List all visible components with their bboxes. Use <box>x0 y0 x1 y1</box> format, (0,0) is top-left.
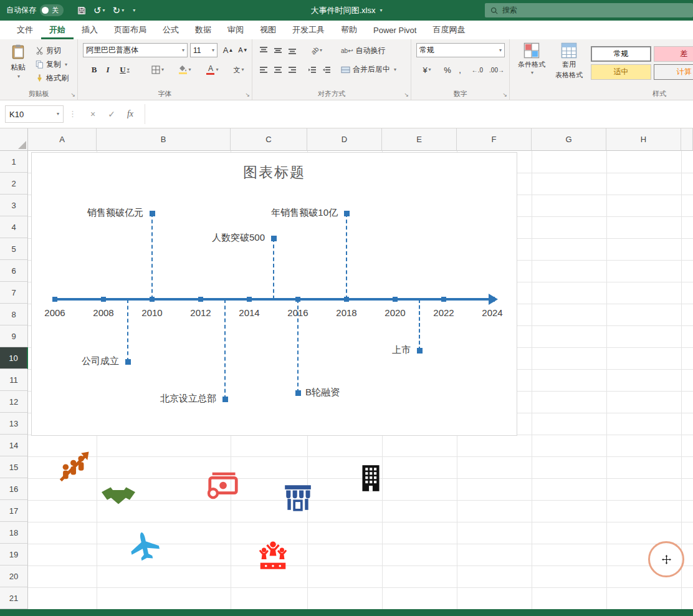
merge-center-button[interactable]: 合并后居中 ▾ <box>341 63 396 76</box>
search-input[interactable]: 搜索 <box>485 3 693 17</box>
customize-qat-button[interactable]: ▾ <box>128 6 139 15</box>
paste-icon <box>10 42 26 61</box>
accounting-format-button[interactable]: ¥ ▾ <box>418 63 436 77</box>
enter-button[interactable]: ✓ <box>103 105 120 123</box>
storefront-icon[interactable] <box>282 481 313 513</box>
year-label: 2012 <box>182 307 219 318</box>
borders-icon <box>151 65 160 74</box>
cut-icon <box>36 47 44 55</box>
undo-button[interactable]: ↺ ▾ <box>90 3 109 18</box>
align-middle-button[interactable] <box>272 44 284 57</box>
font-color-button[interactable]: A ▾ <box>203 63 222 77</box>
toggle-knob-icon <box>42 7 49 14</box>
save-button[interactable] <box>74 4 90 17</box>
airplane-icon[interactable] <box>125 527 164 566</box>
percent-button[interactable]: % <box>441 63 454 77</box>
building-icon[interactable] <box>355 463 386 494</box>
fill-color-button[interactable]: ▾ <box>175 63 195 77</box>
number-format-select[interactable]: 常规 ▾ <box>416 43 505 57</box>
orientation-button[interactable]: ab ▾ <box>306 44 327 57</box>
tab-帮助[interactable]: 帮助 <box>333 21 365 39</box>
autosave-toggle[interactable]: 关 <box>40 4 64 16</box>
dialog-launcher-icon[interactable]: ↘ <box>245 92 250 98</box>
year-label: 2006 <box>36 307 74 318</box>
cell-style-差[interactable]: 差 <box>654 46 693 62</box>
font-name-select[interactable]: 阿里巴巴普惠体 ▾ <box>83 43 188 57</box>
handshake-icon[interactable] <box>102 479 135 513</box>
tab-百度网盘[interactable]: 百度网盘 <box>424 21 473 39</box>
chevron-down-icon: ▾ <box>161 67 164 72</box>
cancel-button[interactable]: × <box>85 105 101 123</box>
name-box-value: K10 <box>9 110 24 119</box>
align-middle-icon <box>274 46 282 55</box>
tab-审阅[interactable]: 审阅 <box>219 21 252 39</box>
align-left-button[interactable] <box>257 63 270 77</box>
comma-icon: , <box>459 65 461 75</box>
font-name-value: 阿里巴巴普惠体 <box>86 45 138 55</box>
chevron-down-icon: ▾ <box>17 74 20 79</box>
dialog-launcher-icon[interactable]: ↘ <box>404 92 409 98</box>
team-growth-icon[interactable] <box>58 450 92 483</box>
bold-button[interactable]: B <box>88 63 100 77</box>
format-painter-button[interactable]: 格式刷 <box>36 72 69 85</box>
axis-tick <box>393 297 398 302</box>
chevron-down-icon: ▾ <box>216 67 218 72</box>
font-size-select[interactable]: 11 ▾ <box>190 43 217 57</box>
formula-bar-separator <box>145 104 145 124</box>
align-top-button[interactable] <box>257 44 270 57</box>
tab-页面布局[interactable]: 页面布局 <box>106 21 155 39</box>
dialog-launcher-icon[interactable]: ↘ <box>502 92 507 98</box>
drag-handle-icon: ⋮ <box>69 109 77 118</box>
excel-window: 自动保存 关 ↺ ▾ ↻ ▾ ▾ <box>0 0 693 616</box>
align-right-button[interactable] <box>286 63 299 77</box>
italic-button[interactable]: I <box>102 63 114 77</box>
paste-button[interactable]: 粘贴 ▾ <box>4 42 32 87</box>
select-all-corner[interactable] <box>0 128 28 151</box>
decrease-decimal-button[interactable]: .00→ <box>487 63 506 77</box>
tab-文件[interactable]: 文件 <box>9 21 41 39</box>
chevron-down-icon: ▾ <box>122 8 124 13</box>
comma-button[interactable]: , <box>455 63 465 77</box>
underline-button[interactable]: U ▾ <box>115 63 134 77</box>
quick-access-toolbar: ↺ ▾ ↻ ▾ ▾ <box>74 3 139 18</box>
decrease-font-button[interactable]: A▼ <box>236 43 250 57</box>
cut-button[interactable]: 剪切 <box>36 44 61 57</box>
insert-function-button[interactable]: fx <box>122 105 138 123</box>
sheet: ABCDEFGH 1234567891011121314151617181920… <box>0 128 693 609</box>
money-icon[interactable] <box>207 468 239 500</box>
phonetic-button[interactable]: 文 ▾ <box>229 63 249 77</box>
tab-视图[interactable]: 视图 <box>252 21 284 39</box>
celebration-icon[interactable] <box>256 537 290 570</box>
tab-数据[interactable]: 数据 <box>187 21 219 39</box>
undo-icon: ↺ <box>93 5 102 16</box>
indent-increase-button[interactable] <box>320 63 333 77</box>
chart[interactable]: 图表标题 20062008201020122014201620182020202… <box>31 152 517 436</box>
tab-开发工具[interactable]: 开发工具 <box>284 21 333 39</box>
tab-插入[interactable]: 插入 <box>74 21 106 39</box>
merge-center-label: 合并后居中 <box>353 64 390 75</box>
autosave-state: 关 <box>52 6 59 15</box>
tab-Power Pivot[interactable]: Power Pivot <box>365 21 424 39</box>
axis-tick <box>52 297 57 302</box>
font-group-label: 字体 <box>78 89 252 99</box>
autosave-control: 自动保存 关 <box>6 4 64 16</box>
tab-公式[interactable]: 公式 <box>155 21 187 39</box>
number-group-label: 数字 <box>411 89 509 99</box>
increase-font-button[interactable]: A▲ <box>221 43 235 57</box>
copy-button[interactable]: 复制 ▾ <box>36 58 67 71</box>
cell-style-适中[interactable]: 适中 <box>591 64 651 80</box>
cell-style-常规[interactable]: 常规 <box>591 46 651 62</box>
dialog-launcher-icon[interactable]: ↘ <box>70 92 75 98</box>
increase-decimal-button[interactable]: ←.0 <box>469 63 486 77</box>
tab-开始[interactable]: 开始 <box>41 21 74 39</box>
indent-decrease-button[interactable] <box>306 63 318 77</box>
cell-style-计算[interactable]: 计算 <box>654 64 693 80</box>
name-box[interactable]: K10 ▾ <box>5 105 64 123</box>
align-bottom-button[interactable] <box>286 44 299 57</box>
redo-button[interactable]: ↻ ▾ <box>109 3 128 18</box>
wrap-text-button[interactable]: ab↩ 自动换行 <box>341 44 386 57</box>
borders-button[interactable]: ▾ <box>148 63 168 77</box>
align-center-button[interactable] <box>272 63 284 77</box>
formula-input[interactable] <box>150 100 693 128</box>
format-painter-label: 格式刷 <box>46 73 69 84</box>
